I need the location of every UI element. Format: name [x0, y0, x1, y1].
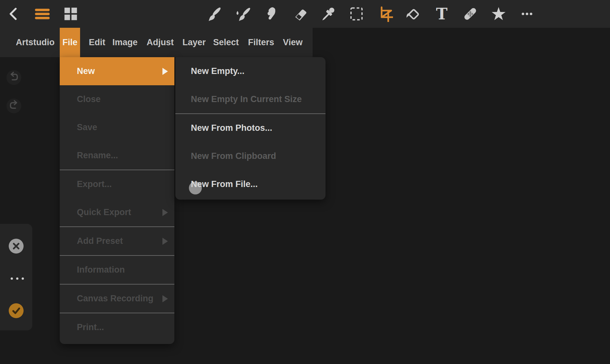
file-menu-item-quick-export[interactable]: Quick Export	[60, 198, 174, 226]
select-tool-button[interactable]	[342, 0, 371, 28]
menubar-item-artstudio[interactable]: Artstudio	[13, 28, 58, 57]
menu-item-label: Rename...	[77, 151, 118, 161]
more-tools-button[interactable]	[513, 0, 541, 28]
redo-button[interactable]	[6, 99, 21, 113]
file-menu-item-print[interactable]: Print...	[60, 313, 174, 341]
file-menu-item-rename[interactable]: Rename...	[60, 141, 174, 170]
file-menu-item-save[interactable]: Save	[60, 113, 174, 141]
hamburger-icon	[34, 6, 50, 22]
wet-brush-icon	[235, 6, 251, 22]
menu-item-label: Close	[77, 94, 101, 104]
main-menu-button[interactable]	[28, 0, 57, 28]
submenu-item-new-from-clipboard: New From Clipboard	[175, 142, 326, 170]
artstudio-app: { "colors": { "accent_orange": "#d8872e"…	[0, 0, 610, 364]
eraser-icon	[292, 6, 308, 22]
undo-icon	[7, 70, 21, 85]
menu-item-label: New Empty In Current Size	[191, 94, 302, 104]
menu-item-label: New From File...	[191, 179, 258, 189]
top-toolbar: T	[0, 0, 610, 28]
grid-icon	[63, 6, 79, 22]
redo-icon	[7, 99, 21, 113]
close-icon	[9, 239, 23, 253]
submenu-item-new-empty-in-current-size: New Empty In Current Size	[175, 85, 326, 113]
paint-tool-button[interactable]	[200, 0, 229, 28]
file-menu-item-close[interactable]: Close	[60, 85, 174, 113]
menu-bar: Artstudio File Edit Image Adjust Layer S…	[0, 28, 313, 57]
eyedropper-tool-button[interactable]	[314, 0, 342, 28]
menu-item-label: Save	[77, 122, 97, 132]
menu-item-label: New From Photos...	[191, 123, 272, 133]
menu-item-label: New Empty...	[191, 66, 244, 76]
menubar-item-file[interactable]: File	[60, 28, 80, 57]
menu-item-label: Canvas Recording	[77, 294, 153, 304]
undo-button[interactable]	[6, 70, 21, 85]
menu-item-label: Add Preset	[77, 236, 123, 246]
text-tool-button[interactable]: T	[428, 0, 456, 28]
fill-tool-button[interactable]	[399, 0, 428, 28]
file-menu-item-information[interactable]: Information	[60, 256, 174, 284]
menubar-item-layer[interactable]: Layer	[179, 28, 209, 57]
smudge-finger-icon	[263, 6, 279, 22]
cancel-button[interactable]	[9, 239, 24, 254]
menu-item-label: Print...	[77, 322, 104, 332]
crop-icon	[377, 6, 393, 22]
checkmark-icon	[9, 304, 23, 318]
file-menu-item-canvas-recording[interactable]: Canvas Recording	[60, 285, 174, 313]
back-button[interactable]	[0, 0, 28, 28]
submenu-arrow-icon	[162, 238, 168, 245]
gallery-button[interactable]	[57, 0, 85, 28]
menu-item-label: Information	[77, 265, 125, 275]
bandage-icon	[462, 6, 478, 22]
text-tool-icon: T	[434, 6, 450, 22]
paint-bucket-icon	[405, 6, 421, 22]
menubar-item-select[interactable]: Select	[210, 28, 242, 57]
crop-tool-button[interactable]	[371, 0, 399, 28]
menubar-item-adjust[interactable]: Adjust	[143, 28, 177, 57]
menu-item-label: New From Clipboard	[191, 151, 276, 161]
svg-text:T: T	[436, 6, 448, 22]
menu-item-label: New	[77, 66, 95, 76]
dot-icon	[16, 277, 18, 280]
file-menu-item-add-preset[interactable]: Add Preset	[60, 227, 174, 255]
smudge-tool-button[interactable]	[257, 0, 285, 28]
menubar-item-filters[interactable]: Filters	[245, 28, 277, 57]
menubar-item-edit[interactable]: Edit	[86, 28, 109, 57]
submenu-item-new-empty[interactable]: New Empty...	[175, 57, 326, 85]
eraser-tool-button[interactable]	[285, 0, 314, 28]
ellipsis-icon	[519, 6, 535, 22]
wet-paint-tool-button[interactable]	[229, 0, 257, 28]
dot-icon	[22, 277, 24, 280]
confirm-button[interactable]	[9, 303, 24, 318]
new-submenu: New Empty... New Empty In Current Size N…	[175, 57, 326, 200]
submenu-item-new-from-file[interactable]: New From File...	[175, 170, 326, 198]
dot-icon	[11, 277, 13, 280]
file-menu: New Close Save Rename... Export... Quick…	[60, 57, 174, 344]
favorites-button[interactable]	[484, 0, 513, 28]
submenu-arrow-icon	[162, 68, 168, 75]
menu-item-label: Quick Export	[77, 207, 131, 217]
eyedropper-icon	[320, 6, 336, 22]
crop-action-panel	[0, 224, 32, 330]
menubar-item-image[interactable]: Image	[109, 28, 141, 57]
file-menu-item-new[interactable]: New	[60, 57, 174, 85]
paintbrush-icon	[206, 6, 222, 22]
submenu-item-new-from-photos[interactable]: New From Photos...	[175, 114, 326, 142]
chevron-left-icon	[6, 6, 22, 22]
file-menu-item-export[interactable]: Export...	[60, 170, 174, 198]
submenu-arrow-icon	[162, 209, 168, 216]
menubar-item-view[interactable]: View	[280, 28, 306, 57]
submenu-arrow-icon	[162, 295, 168, 302]
menu-item-label: Export...	[77, 179, 112, 189]
star-icon	[490, 5, 507, 22]
marquee-icon	[348, 6, 365, 22]
heal-tool-button[interactable]	[456, 0, 484, 28]
more-options-button[interactable]	[11, 276, 24, 281]
